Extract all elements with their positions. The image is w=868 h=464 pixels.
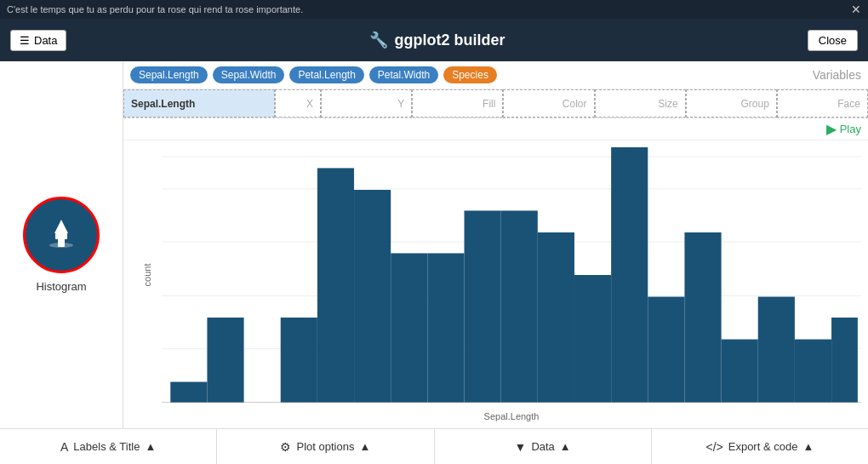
var-chip-petal-length[interactable]: Petal.Length [289,66,363,83]
mapping-row: Sepal.Length X Y Fill Color Size Group F… [123,89,868,118]
title-bar-close[interactable]: ✕ [851,3,861,15]
svg-rect-27 [574,275,611,403]
histogram-svg-icon [41,215,82,255]
svg-rect-30 [684,232,721,403]
svg-rect-34 [831,318,858,403]
var-chip-petal-width[interactable]: Petal.Width [369,66,438,83]
svg-rect-17 [170,382,207,403]
x-axis-label: Sepal.Length [484,411,540,421]
mapping-group-label[interactable]: Group [686,89,777,117]
export-code-button[interactable]: </> Export & code ▲ [652,429,868,464]
svg-rect-33 [795,340,831,403]
svg-rect-21 [354,190,391,403]
var-chip-sepal-width[interactable]: Sepal.Width [213,66,285,83]
title-bar: C'est le temps que tu as perdu pour ta r… [0,0,868,19]
svg-rect-26 [538,232,574,403]
svg-rect-32 [758,297,795,403]
data-icon: ☰ [20,34,30,47]
labels-arrow: ▲ [145,440,156,453]
labels-title-button[interactable]: A Labels & Title ▲ [0,429,217,464]
filter-icon: ▼ [515,440,527,454]
histogram-chart: 0.0 2.5 5.0 7.5 10.0 12.0 [162,147,861,403]
labels-icon: A [60,440,68,454]
svg-rect-2 [55,233,67,239]
var-chip-sepal-length[interactable]: Sepal.Length [130,66,208,83]
play-button[interactable]: ▶ Play [826,121,861,137]
svg-rect-18 [207,318,243,403]
main-content: Histogram Sepal.Length Sepal.Width Petal… [0,61,868,428]
chart-area: count 0.0 2.5 5.0 7.5 10.0 12.0 [123,140,868,428]
left-panel: Histogram [0,61,123,428]
y-axis-label: count [142,264,152,287]
app-header: ☰ Data 🔧 ggplot2 builder Close [0,19,868,61]
svg-rect-4 [60,242,63,247]
gear-icon: ⚙ [280,440,291,454]
svg-rect-22 [391,253,427,403]
mapping-x-value[interactable]: Sepal.Length [123,89,275,117]
svg-rect-23 [427,253,464,403]
plot-options-button[interactable]: ⚙ Plot options ▲ [217,429,434,464]
data-arrow: ▲ [560,440,571,453]
variables-label: Variables [813,68,861,82]
app-title: 🔧 ggplot2 builder [369,31,505,49]
svg-rect-25 [501,210,538,403]
histogram-circle[interactable] [23,197,100,273]
mapping-color-label[interactable]: Color [503,89,594,117]
svg-rect-31 [722,340,758,403]
histogram-icon-wrap: Histogram [23,197,100,293]
bottom-toolbar: A Labels & Title ▲ ⚙ Plot options ▲ ▼ Da… [0,428,868,464]
variables-row: Sepal.Length Sepal.Width Petal.Length Pe… [123,61,868,89]
svg-rect-29 [648,297,684,403]
code-icon: </> [705,440,722,454]
right-panel: Sepal.Length Sepal.Width Petal.Length Pe… [123,61,868,428]
histogram-label: Histogram [36,280,86,293]
data-button[interactable]: ☰ Data [10,30,66,51]
svg-rect-24 [465,210,501,403]
svg-rect-28 [611,147,648,403]
close-button[interactable]: Close [808,30,858,51]
mapping-x-label[interactable]: X [275,89,321,117]
mapping-size-label[interactable]: Size [595,89,686,117]
mapping-y-label[interactable]: Y [321,89,412,117]
plot-options-arrow: ▲ [359,440,370,453]
mapping-face-label[interactable]: Face [777,89,868,117]
var-chip-species[interactable]: Species [443,66,497,83]
play-icon: ▶ [826,121,837,137]
export-arrow: ▲ [802,440,814,453]
chart-container: count 0.0 2.5 5.0 7.5 10.0 12.0 [162,147,861,403]
wrench-icon: 🔧 [369,31,388,49]
svg-marker-3 [54,220,68,233]
play-row: ▶ Play [123,118,868,140]
svg-rect-20 [317,168,354,403]
mapping-fill-label[interactable]: Fill [412,89,503,117]
data-filter-button[interactable]: ▼ Data ▲ [435,429,652,464]
title-bar-text: C'est le temps que tu as perdu pour ta r… [7,4,303,14]
svg-rect-19 [281,318,317,403]
